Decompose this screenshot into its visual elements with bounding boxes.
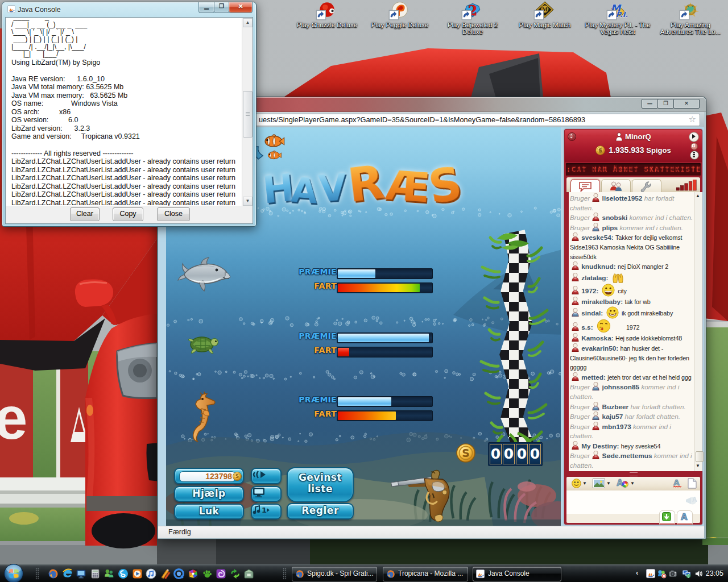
quicklaunch-swirl-icon[interactable] (216, 568, 226, 579)
console-scroll-down[interactable]: ▼ (243, 197, 253, 206)
console-log[interactable]: ____ _/ ___| _ __ (_) __ _ ___\___ \| '_… (6, 18, 242, 206)
desktop-icon-peggle[interactable]: Play Peggle Deluxe (365, 1, 435, 28)
quicklaunch-paw-icon[interactable] (202, 568, 213, 579)
quicklaunch-people-icon[interactable] (104, 568, 114, 579)
chat-scrollbar[interactable]: ▲ ▼ (694, 192, 702, 471)
desktop-icon-bejeweled[interactable]: 2Play Bejeweled 2 Deluxe (437, 1, 508, 35)
tray-volume-icon[interactable] (694, 569, 704, 579)
quicklaunch-ie-icon[interactable] (62, 568, 73, 579)
taskband-grip[interactable] (283, 568, 287, 580)
console-info-line: OS name: Windows Vista (11, 99, 235, 108)
quicklaunch-skype-icon[interactable] (118, 568, 129, 579)
desktop-icon-chuzzle[interactable]: Play Chuzzle Deluxe (292, 1, 362, 28)
taskbar-clock[interactable]: 23:05 (706, 569, 723, 577)
close-game-button[interactable]: Luk (174, 504, 244, 519)
console-scrollbar[interactable]: ▲ ▼ (243, 18, 253, 206)
console-titlebar[interactable]: Java Console ▁ ❐ ✕ (2, 2, 256, 16)
desktop-icon-magicmatch[interactable]: MPlay Magic Match (510, 1, 580, 28)
screen-button[interactable] (251, 486, 282, 502)
console-maximize-button[interactable]: ❐ (214, 2, 229, 13)
taskbar-button-2[interactable]: Tropicana - Mozilla ... (383, 567, 468, 581)
quicklaunch-firefox-icon[interactable] (48, 568, 59, 579)
spellcheck-button[interactable]: A (673, 478, 683, 488)
stop-button[interactable] (690, 143, 698, 150)
rules-button[interactable]: Regler (287, 503, 354, 519)
browser-maximize-button[interactable]: ❐ (657, 99, 674, 109)
clear-button[interactable]: Clear (70, 207, 100, 221)
tray-messenger-icon[interactable] (657, 569, 667, 579)
chat-message-system: Bruger Buzbeer har forladt chatten. (569, 402, 694, 412)
taskbar-button-3[interactable]: Java Console (473, 567, 561, 581)
console-log-line: LibZard.LZChat.LZChatUserList.addUser - … (11, 174, 235, 182)
music-button[interactable]: 1 (251, 504, 282, 519)
taskbar-button-1[interactable]: Spigo.dk - Spil Grati... (292, 567, 377, 581)
chat-message-list[interactable]: Bruger liselotte1952 har forladt chatten… (569, 192, 694, 471)
image-button[interactable]: ▼ (593, 479, 611, 488)
chat-panel: MinorQ S1.935.933 Spigos :CAT HAR ÅBNET … (564, 129, 702, 525)
bookmark-star-icon[interactable]: ☆ (689, 114, 696, 124)
tray-java-icon[interactable] (646, 569, 656, 579)
desktop-icon-label: Play Chuzzle Deluxe (292, 22, 362, 28)
message-username: evakarin50: (580, 344, 618, 352)
svg-text:S: S (598, 147, 602, 153)
system-text: Bruger (570, 423, 592, 430)
browser-minimize-button[interactable]: — (642, 99, 658, 109)
quicklaunch-quicktime-icon[interactable] (173, 568, 184, 579)
game-logo: HAVRÆS (263, 152, 502, 221)
prize-list-button[interactable]: Gevinstliste (287, 467, 354, 502)
tray-camera-icon[interactable] (668, 569, 678, 579)
tray-network-icon[interactable] (682, 569, 692, 579)
quicklaunch-mail-icon[interactable] (230, 568, 241, 579)
help-button[interactable]: Hjælp (174, 486, 244, 502)
quicklaunch-box-icon[interactable] (243, 568, 254, 579)
browser-close-button[interactable]: ✕ (673, 99, 700, 109)
quicklaunch-grip[interactable] (35, 568, 39, 580)
desktop-icon-amazing[interactable]: Play Amazing Adventures The Lo... (655, 1, 726, 35)
chat-message: sindal: ik godt mirakelbaby (569, 306, 694, 319)
quicklaunch-pencils-icon[interactable] (160, 568, 171, 579)
tray-chevron-icon[interactable]: ‹ (636, 568, 643, 579)
chat-message: Kamoska: Hej søde klokkeblomst48 (569, 333, 694, 343)
desktop-icon-mysterypi[interactable]: MP.I.Play Mystery P.I. - The Vegas Heist (582, 1, 653, 35)
list-button[interactable] (690, 151, 699, 160)
font-color-button[interactable]: A▼ (617, 478, 635, 488)
send-tab[interactable] (659, 510, 675, 525)
quicklaunch-picasa-icon[interactable] (188, 568, 198, 579)
system-text: har forladt chatten. (623, 413, 680, 420)
quicklaunch-itunes-icon[interactable] (146, 568, 156, 579)
chat-toolbar: ▼ ▼ A▼ A (566, 477, 700, 490)
console-info-line: OS version: 6.0 (11, 116, 235, 124)
console-tagline: Using LibZard(TM) by Spigo (11, 59, 235, 67)
tab-users[interactable] (601, 179, 631, 193)
console-minimize-button[interactable]: ▁ (198, 2, 214, 13)
shortcut-arrow-icon (462, 10, 471, 20)
tab-chat[interactable] (570, 179, 600, 193)
close-button[interactable]: Close (157, 207, 190, 221)
praemie-bar-turtle (337, 332, 433, 343)
play-button[interactable] (689, 132, 699, 142)
new-document-button[interactable] (688, 478, 697, 489)
system-text: har forladt chatten. (628, 403, 686, 410)
chat-scroll-thumb[interactable] (696, 451, 704, 462)
start-button[interactable] (3, 563, 24, 582)
console-scroll-up[interactable]: ▲ (243, 18, 253, 27)
chat-scroll-up[interactable]: ▲ (696, 193, 700, 198)
maximize-icon: ❐ (214, 3, 229, 9)
console-close-button[interactable]: ✕ (229, 2, 253, 13)
copy-button[interactable]: Copy (113, 207, 143, 221)
sound-button[interactable] (251, 468, 282, 484)
quicklaunch-mediaplayer-icon[interactable] (132, 568, 143, 579)
tab-settings[interactable] (632, 179, 661, 193)
score-display[interactable]: 123798S (174, 468, 244, 484)
console-scroll-thumb[interactable] (243, 91, 253, 138)
fart-bar-dolphin (337, 282, 433, 293)
quicklaunch-calculator-icon[interactable] (90, 568, 101, 579)
emoticon-button[interactable]: ▼ (572, 479, 587, 488)
console-title: Java Console (18, 6, 61, 14)
firefox-icon (295, 569, 304, 579)
system-text: Bruger (570, 214, 592, 221)
chat-splitter[interactable] (564, 471, 702, 477)
chat-scroll-down[interactable]: ▼ (696, 463, 700, 468)
font-tab[interactable]: A (677, 510, 693, 525)
quicklaunch-desktop-icon[interactable] (76, 568, 86, 579)
